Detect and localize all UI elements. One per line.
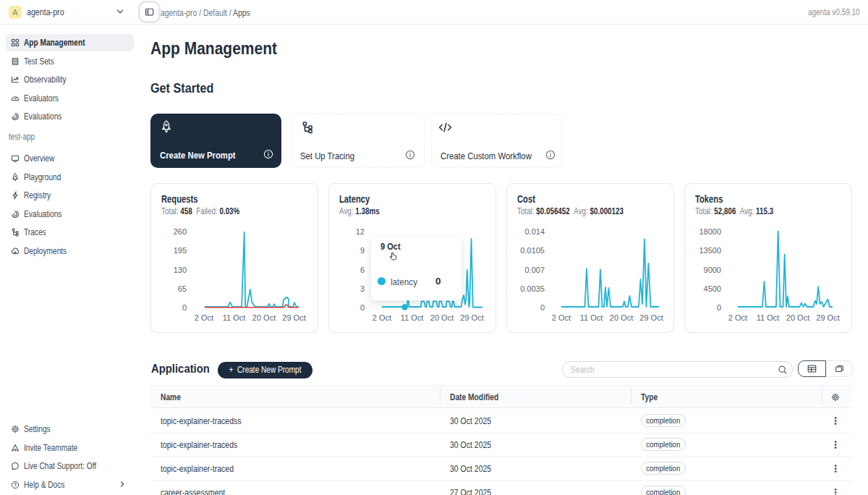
svg-text:29 Oct: 29 Oct [460,313,483,322]
svg-text:130: 130 [174,266,187,274]
svg-text:4500: 4500 [704,284,721,293]
svg-text:13500: 13500 [699,246,721,255]
svg-text:20 Oct: 20 Oct [252,313,276,322]
svg-text:2 Oct: 2 Oct [373,313,391,322]
svg-text:11 Oct: 11 Oct [757,313,780,322]
svg-text:11 Oct: 11 Oct [580,313,603,322]
svg-text:11 Oct: 11 Oct [223,313,246,322]
svg-text:2 Oct: 2 Oct [552,313,571,322]
svg-text:0.007: 0.007 [524,266,545,274]
svg-text:12: 12 [356,227,365,236]
svg-text:0: 0 [360,303,365,312]
svg-text:2 Oct: 2 Oct [195,313,213,322]
svg-text:0: 0 [717,303,721,312]
svg-text:0.014: 0.014 [524,227,545,236]
svg-text:0: 0 [182,303,187,312]
svg-text:18000: 18000 [699,227,721,236]
svg-text:29 Oct: 29 Oct [639,313,663,322]
svg-text:2 Oct: 2 Oct [728,313,747,322]
svg-text:65: 65 [178,284,187,293]
svg-text:0.0105: 0.0105 [520,246,545,255]
svg-text:11 Oct: 11 Oct [401,313,424,322]
svg-text:3: 3 [360,284,365,293]
svg-text:29 Oct: 29 Oct [282,313,305,322]
svg-text:260: 260 [174,227,187,236]
svg-text:9: 9 [360,246,365,255]
svg-text:9000: 9000 [704,266,721,274]
svg-text:20 Oct: 20 Oct [610,313,633,322]
svg-text:20 Oct: 20 Oct [430,313,454,322]
svg-text:195: 195 [174,246,187,255]
svg-text:20 Oct: 20 Oct [786,313,809,322]
svg-text:0.0035: 0.0035 [520,284,545,293]
svg-text:0: 0 [540,303,545,312]
svg-text:29 Oct: 29 Oct [816,313,839,322]
svg-text:6: 6 [360,266,365,274]
